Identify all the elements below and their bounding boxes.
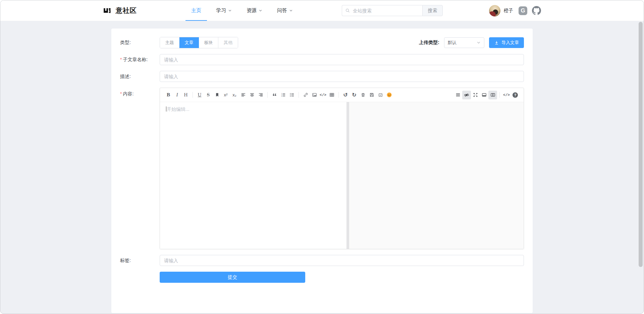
- upload-type-value: 默认: [448, 40, 457, 46]
- quote-button[interactable]: [270, 91, 279, 99]
- redo-button[interactable]: ↻: [350, 91, 359, 99]
- gitee-icon[interactable]: G: [519, 6, 527, 15]
- type-label: 类型:: [120, 40, 160, 46]
- name-label: *子文章名称:: [120, 57, 160, 63]
- content-row: *内容: B I H U S x² x₂: [120, 88, 524, 249]
- site-search: 搜索: [342, 5, 443, 16]
- align-left-icon: [241, 92, 246, 97]
- preview-toggle-button[interactable]: [462, 91, 471, 99]
- editor-placeholder: 开始编辑...: [167, 106, 190, 112]
- scrollbar-thumb[interactable]: [639, 22, 643, 267]
- table-button[interactable]: [327, 91, 336, 99]
- nav-item-label: 学习: [216, 7, 226, 14]
- search-icon: [345, 8, 350, 13]
- nav-item-label: 资源: [247, 7, 257, 14]
- chevron-down-icon: [289, 9, 293, 12]
- superscript-button[interactable]: x²: [221, 91, 230, 99]
- bold-button[interactable]: B: [164, 91, 173, 99]
- pane-resize-handle[interactable]: [346, 102, 349, 249]
- editor-toolbar-right: </> ?: [453, 91, 520, 99]
- trash-icon: [361, 92, 366, 97]
- required-mark: *: [120, 91, 122, 96]
- code-block-button[interactable]: </>: [319, 91, 327, 99]
- strikethrough-button[interactable]: S: [204, 91, 213, 99]
- emoji-icon: [386, 92, 392, 98]
- ordered-list-icon: 123: [281, 92, 286, 97]
- username[interactable]: 橙子: [504, 8, 513, 14]
- image-button[interactable]: [310, 91, 319, 99]
- nav-item-qa[interactable]: 问答: [271, 0, 299, 21]
- upload-type-select[interactable]: 默认: [444, 37, 484, 48]
- search-input[interactable]: [342, 5, 422, 16]
- user-area: 橙子 G: [489, 5, 541, 16]
- align-center-button[interactable]: [248, 91, 256, 99]
- type-option-board[interactable]: 板块: [199, 37, 218, 48]
- catalog-button[interactable]: [453, 91, 462, 99]
- required-mark: *: [120, 57, 122, 62]
- align-right-icon: [258, 92, 263, 97]
- emoji-button[interactable]: [385, 91, 393, 99]
- box-check-icon: [378, 92, 383, 97]
- nav-item-home[interactable]: 主页: [185, 0, 207, 21]
- type-row: 类型: 主题 文章 板块 其他 上传类型: 默认: [120, 37, 524, 48]
- text-caret: [166, 106, 166, 111]
- import-article-button[interactable]: 导入文章: [489, 37, 524, 48]
- nav-item-label: 问答: [277, 7, 287, 14]
- toolbar-separator: [338, 92, 339, 98]
- type-option-other[interactable]: 其他: [218, 37, 238, 48]
- submit-button[interactable]: 提交: [160, 272, 305, 283]
- browser-window: 意社区 主页 学习 资源 问答: [0, 0, 644, 314]
- save-button[interactable]: [367, 91, 376, 99]
- nav-item-label: 主页: [191, 7, 201, 14]
- navbar: 意社区 主页 学习 资源 问答: [0, 0, 644, 21]
- ordered-list-button[interactable]: 123: [279, 91, 287, 99]
- type-segmented-control: 主题 文章 板块 其他: [160, 37, 238, 48]
- chevron-down-icon: [477, 41, 481, 45]
- split-view-button[interactable]: [488, 91, 497, 99]
- editor-body: 开始编辑...: [160, 102, 524, 249]
- site-logo-icon: [103, 6, 112, 15]
- fullscreen-icon: [473, 92, 478, 97]
- align-right-button[interactable]: [256, 91, 265, 99]
- chevron-down-icon: [228, 9, 232, 12]
- submit-row: 提交: [120, 272, 524, 283]
- undo-button[interactable]: ↺: [341, 91, 350, 99]
- fullscreen-button[interactable]: [471, 91, 480, 99]
- unordered-list-icon: [289, 92, 294, 97]
- toolbar-separator: [499, 92, 500, 98]
- search-button[interactable]: 搜索: [422, 5, 443, 16]
- type-option-article[interactable]: 文章: [179, 37, 199, 48]
- heading-button[interactable]: H: [181, 91, 190, 99]
- help-button[interactable]: ?: [511, 91, 520, 99]
- clear-button[interactable]: [359, 91, 367, 99]
- nav-item-study[interactable]: 学习: [210, 0, 237, 21]
- help-icon: ?: [513, 92, 518, 98]
- save-icon: [369, 92, 374, 97]
- markdown-editor: B I H U S x² x₂: [160, 88, 524, 249]
- underline-button[interactable]: U: [195, 91, 204, 99]
- editor-preview-pane: [349, 102, 524, 249]
- draft-box-button[interactable]: [376, 91, 385, 99]
- bookmark-button[interactable]: [213, 91, 221, 99]
- link-icon: [303, 92, 308, 97]
- unordered-list-button[interactable]: [287, 91, 296, 99]
- brand-name: 意社区: [116, 6, 137, 15]
- menu-icon: [455, 92, 461, 97]
- subscript-button[interactable]: x₂: [230, 91, 239, 99]
- tags-input[interactable]: [160, 255, 524, 266]
- main-nav: 主页 学习 资源 问答: [184, 0, 300, 21]
- type-option-topic[interactable]: 主题: [160, 37, 179, 48]
- source-code-button[interactable]: </>: [502, 91, 511, 99]
- nav-item-resources[interactable]: 资源: [241, 0, 268, 21]
- single-pane-button[interactable]: [480, 91, 488, 99]
- italic-button[interactable]: I: [173, 91, 181, 99]
- avatar[interactable]: [489, 5, 500, 16]
- sub-article-name-input[interactable]: [160, 54, 524, 65]
- align-left-button[interactable]: [239, 91, 248, 99]
- editor-input-pane[interactable]: 开始编辑...: [160, 102, 346, 249]
- github-icon[interactable]: [532, 6, 541, 15]
- link-button[interactable]: [301, 91, 310, 99]
- toolbar-separator: [193, 92, 193, 98]
- brand[interactable]: 意社区: [103, 6, 137, 15]
- description-input[interactable]: [160, 71, 524, 82]
